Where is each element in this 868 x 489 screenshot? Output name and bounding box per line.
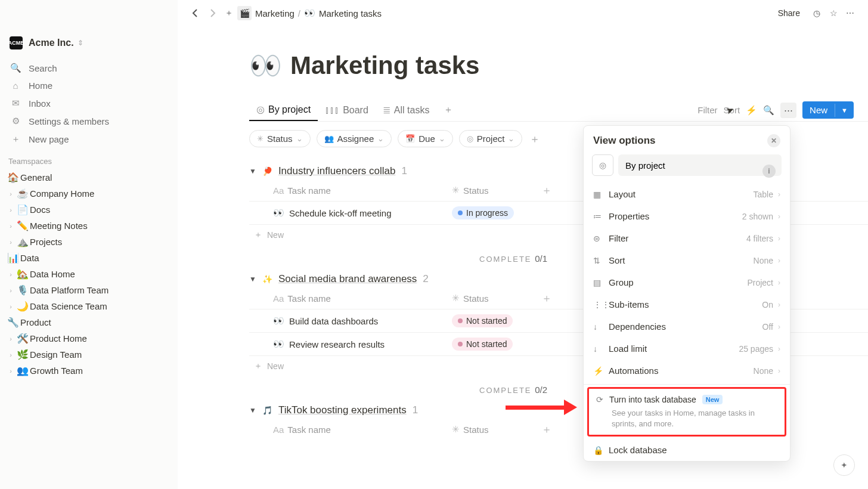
page-label: Docs xyxy=(30,205,50,215)
filter-pill[interactable]: ✳Status⌄ xyxy=(249,130,311,147)
nav-item[interactable]: ＋New page xyxy=(0,130,178,148)
view-tab[interactable]: ◎By project xyxy=(249,99,318,121)
breadcrumb-current[interactable]: Marketing tasks xyxy=(319,8,382,18)
nav-forward-button[interactable] xyxy=(204,5,221,21)
status-badge[interactable]: Not started xyxy=(452,338,513,351)
row-emoji: 👀 xyxy=(273,208,284,218)
status-badge[interactable]: Not started xyxy=(452,314,513,327)
page-emoji[interactable]: 👀 xyxy=(249,50,282,81)
page-title[interactable]: Marketing tasks xyxy=(290,51,479,80)
sidebar-page-item[interactable]: ›✏️Meeting Notes xyxy=(0,218,178,234)
chevron-right-icon[interactable]: › xyxy=(6,287,16,294)
view-option-row[interactable]: ↓ Dependencies Off › xyxy=(584,315,790,338)
filter-pill[interactable]: 📅Due⌄ xyxy=(398,130,453,147)
sidebar-page-item[interactable]: ›🏡Data Home xyxy=(0,266,178,282)
turn-into-task-database[interactable]: ⟳ Turn into task database New See your t… xyxy=(587,387,786,437)
group-title[interactable]: Industry influencers collab xyxy=(278,165,396,177)
column-status[interactable]: Status xyxy=(463,293,489,304)
sidebar-page-item[interactable]: ›🎙️Data Platform Team xyxy=(0,282,178,298)
clock-icon[interactable]: ◷ xyxy=(808,5,825,21)
chevron-down-icon[interactable]: ▼ xyxy=(835,103,854,117)
add-view-button[interactable]: ＋ xyxy=(436,99,460,121)
chevron-right-icon[interactable]: › xyxy=(6,190,16,197)
ai-fab-button[interactable]: ✦ xyxy=(833,454,855,476)
new-tab-button[interactable]: ＋ xyxy=(221,5,237,21)
view-option-row[interactable]: ⚡ Automations None › xyxy=(584,360,790,382)
search-icon[interactable]: 🔍 xyxy=(763,105,774,116)
chevron-right-icon[interactable]: › xyxy=(6,222,16,230)
sidebar-page-item[interactable]: ›☕Company Home xyxy=(0,185,178,202)
sidebar-page-item[interactable]: ›🌙Data Science Team xyxy=(0,298,178,314)
chevron-right-icon[interactable]: › xyxy=(6,239,16,246)
film-icon[interactable]: 🎬 xyxy=(237,6,252,20)
chevron-right-icon[interactable]: › xyxy=(6,335,16,342)
task-name[interactable]: Review research results xyxy=(289,339,385,349)
column-name[interactable]: Task name xyxy=(287,425,331,435)
view-option-row[interactable]: ⊜ Filter 4 filters › xyxy=(584,227,790,249)
option-value: 25 pages xyxy=(739,344,773,354)
new-row-label: New xyxy=(267,361,284,371)
group-title[interactable]: Social media brand awareness xyxy=(278,273,417,285)
bolt-icon[interactable]: ⚡ xyxy=(746,105,757,116)
view-option-row[interactable]: ≔ Properties 2 shown › xyxy=(584,205,790,227)
chevron-right-icon[interactable]: › xyxy=(6,303,16,310)
text-icon: Aa xyxy=(273,185,284,196)
teamspace-item[interactable]: 🔧Product xyxy=(0,314,178,330)
view-icon[interactable]: ◎ xyxy=(592,154,613,176)
view-options-button[interactable]: ⋯ xyxy=(780,103,796,118)
status-badge[interactable]: In progress xyxy=(452,206,514,219)
nav-item[interactable]: ✉Inbox xyxy=(0,94,178,112)
chevron-right-icon[interactable]: › xyxy=(6,351,16,358)
teamspace-item[interactable]: 📊Data xyxy=(0,250,178,266)
filter-button[interactable]: Filter xyxy=(698,105,717,115)
nav-item[interactable]: ⌂Home xyxy=(0,77,178,94)
nav-item[interactable]: 🔍Search xyxy=(0,59,178,77)
chevron-right-icon[interactable]: › xyxy=(6,367,16,375)
group-title[interactable]: TikTok boosting experiments xyxy=(278,404,407,416)
view-tab[interactable]: ⫿⫿⫿Board xyxy=(318,99,376,121)
sidebar-page-item[interactable]: ›📄Docs xyxy=(0,202,178,218)
nav-back-button[interactable] xyxy=(187,5,204,21)
sidebar-page-item[interactable]: ›👥Growth Team xyxy=(0,363,178,379)
add-filter-button[interactable]: ＋ xyxy=(529,132,540,146)
teamspace-item[interactable]: 🏠General xyxy=(0,169,178,185)
view-option-row[interactable]: ⋮⋮ Sub-items On › xyxy=(584,293,790,315)
view-name-input[interactable] xyxy=(618,154,782,176)
chevron-down-icon[interactable]: ▼ xyxy=(249,275,256,283)
add-column-button[interactable]: ＋ xyxy=(541,291,552,305)
sidebar-page-item[interactable]: ›🌿Design Team xyxy=(0,346,178,363)
chevron-down-icon[interactable]: ▼ xyxy=(249,167,256,175)
sidebar-page-item[interactable]: ›⛰️Projects xyxy=(0,234,178,250)
view-tab[interactable]: ≣All tasks xyxy=(376,99,437,121)
view-option-row[interactable]: ▤ Group Project › xyxy=(584,271,790,293)
workspace-switcher[interactable]: ACME Acme Inc. ⇕ xyxy=(0,33,178,53)
filter-pill[interactable]: 👥Assignee⌄ xyxy=(317,130,392,147)
nav-item[interactable]: ⚙Settings & members xyxy=(0,112,178,130)
column-name[interactable]: Task name xyxy=(287,293,331,304)
chevron-down-icon[interactable]: ▼ xyxy=(249,406,256,414)
view-option-row[interactable]: ↓ Load limit 25 pages › xyxy=(584,338,790,360)
close-icon[interactable]: ✕ xyxy=(767,134,780,147)
lock-database[interactable]: 🔒 Lock database xyxy=(584,439,790,461)
view-option-row[interactable]: ▦ Layout Table › xyxy=(584,183,790,205)
chevron-right-icon[interactable]: › xyxy=(6,206,16,213)
add-column-button[interactable]: ＋ xyxy=(541,422,552,437)
column-status[interactable]: Status xyxy=(463,185,489,196)
share-button[interactable]: Share xyxy=(778,8,800,18)
sidebar-page-item[interactable]: ›🛠️Product Home xyxy=(0,330,178,346)
breadcrumb-parent[interactable]: Marketing xyxy=(255,8,294,18)
new-button[interactable]: New ▼ xyxy=(802,101,854,119)
view-option-row[interactable]: ⇅ Sort None › xyxy=(584,249,790,271)
nav-label: New page xyxy=(29,134,69,144)
info-icon[interactable]: i xyxy=(762,165,776,178)
filter-pill[interactable]: ◎Project⌄ xyxy=(459,130,523,147)
task-name[interactable]: Schedule kick-off meeting xyxy=(289,208,391,218)
tab-icon: ≣ xyxy=(383,104,390,116)
column-status[interactable]: Status xyxy=(463,425,489,435)
more-icon[interactable]: ⋯ xyxy=(842,5,858,21)
star-icon[interactable]: ☆ xyxy=(825,5,842,21)
add-column-button[interactable]: ＋ xyxy=(541,183,552,197)
task-name[interactable]: Build data dashboards xyxy=(289,316,378,326)
column-name[interactable]: Task name xyxy=(287,185,331,196)
chevron-right-icon[interactable]: › xyxy=(6,271,16,278)
